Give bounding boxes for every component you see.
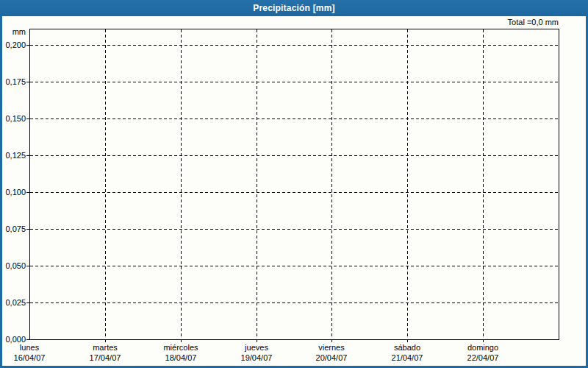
vertical-gridline: [257, 29, 257, 339]
x-axis-day-label: domingo: [445, 342, 520, 353]
y-axis-tick: [26, 192, 29, 193]
horizontal-gridline: [30, 45, 558, 46]
y-axis-tick-label: 0,025: [1, 297, 26, 308]
x-axis-day-label: lunes: [0, 342, 67, 353]
vertical-gridline: [331, 29, 332, 339]
vertical-gridline: [105, 29, 106, 339]
horizontal-gridline: [30, 302, 558, 303]
total-value-label: Total =0,0 mm: [412, 17, 559, 27]
chart-title: Precipitación [mm]: [253, 3, 335, 13]
y-axis-tick-label: 0,175: [1, 77, 26, 87]
horizontal-gridline: [30, 192, 558, 193]
y-axis-tick-label: 0,075: [1, 224, 26, 234]
x-axis-day-label: miércoles: [143, 342, 218, 353]
horizontal-gridline: [30, 82, 558, 82]
y-axis-tick: [26, 339, 29, 340]
y-axis-tick: [26, 266, 29, 266]
y-axis-tick: [26, 155, 29, 156]
x-axis-day-label: martes: [68, 342, 143, 353]
y-axis-tick-label: 0,050: [1, 261, 26, 271]
vertical-gridline: [181, 29, 182, 339]
y-axis-tick: [26, 82, 29, 82]
y-axis-tick: [26, 229, 29, 230]
x-axis-day-label: sábado: [370, 342, 445, 353]
y-axis-tick: [26, 118, 29, 119]
x-axis-date-label: 16/04/07: [0, 353, 67, 363]
x-axis-date-label: 19/04/07: [219, 353, 294, 363]
x-axis-date-label: 21/04/07: [370, 353, 445, 363]
x-axis-date-label: 22/04/07: [445, 353, 520, 363]
horizontal-gridline: [30, 266, 558, 266]
x-axis-day-label: viernes: [294, 342, 369, 353]
vertical-gridline: [407, 29, 408, 339]
y-axis-tick-label: 0,150: [1, 113, 26, 124]
y-axis-tick: [26, 302, 29, 303]
x-axis-date-label: 18/04/07: [143, 353, 218, 363]
y-axis-tick: [26, 45, 29, 46]
horizontal-gridline: [30, 155, 558, 156]
horizontal-gridline: [30, 118, 558, 119]
y-axis-unit-label: mm: [1, 26, 26, 37]
y-axis-tick-label: 0,100: [1, 187, 26, 197]
vertical-gridline: [483, 29, 484, 339]
y-axis-tick-label: 0,200: [1, 40, 26, 50]
plot-area: [29, 29, 559, 340]
x-axis-date-label: 20/04/07: [294, 353, 369, 363]
x-axis-date-label: 17/04/07: [68, 353, 143, 363]
precipitation-chart-window: Precipitación [mm] Total =0,0 mm mm 0,20…: [0, 0, 588, 368]
horizontal-gridline: [30, 229, 558, 230]
y-axis-tick-label: 0,125: [1, 150, 26, 160]
x-axis-day-label: jueves: [219, 342, 294, 353]
chart-title-bar: Precipitación [mm]: [0, 0, 588, 16]
